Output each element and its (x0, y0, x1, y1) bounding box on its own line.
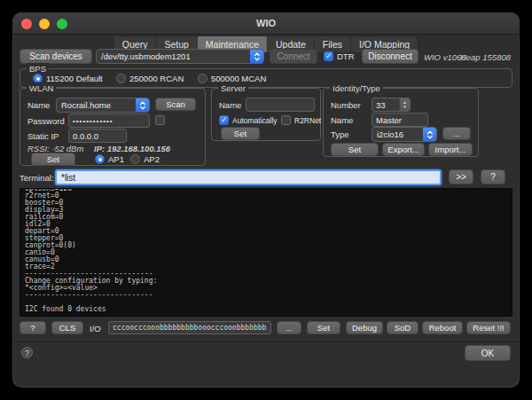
terminal-send-button[interactable]: >> (449, 169, 473, 184)
cls-button[interactable]: CLS (51, 321, 83, 334)
server-group: Server Name Automatically R2RNet Set (211, 88, 321, 141)
actions-row: ? CLS I/O ... Set Debug SoD Reboot Reset… (12, 321, 520, 335)
terminal-row: Terminal: >> ? (12, 169, 520, 185)
connect-button[interactable]: Connect (270, 49, 317, 64)
wlan-group-title: WLAN (27, 82, 56, 94)
number-value: 33 (372, 100, 399, 110)
wlan-password-label: Password (27, 116, 65, 126)
wlan-static-ip-label: Static IP (27, 131, 59, 141)
identity-set-button[interactable]: Set (331, 143, 379, 156)
disconnect-button[interactable]: Disconnect (362, 49, 419, 64)
radio-icon (116, 74, 126, 83)
checkbox-checked-icon (219, 115, 229, 125)
wlan-show-password-checkbox[interactable] (155, 115, 165, 125)
io-more-button[interactable]: ... (277, 321, 301, 334)
bottom-help-button[interactable]: ? (20, 321, 46, 334)
identity-group: Identity/Type Number 33 Name Master Type… (323, 88, 479, 157)
terminal-output[interactable]: options=128 r2rnet=0 booster=0 display=3… (20, 188, 512, 317)
number-stepper[interactable]: 33 (372, 98, 411, 112)
terminal-help-button[interactable]: ? (481, 169, 505, 184)
radio-icon (198, 74, 207, 83)
wlan-ap1-radio[interactable]: AP1 (95, 154, 124, 164)
number-label: Number (331, 100, 361, 110)
close-button[interactable] (21, 19, 32, 29)
chevron-updown-icon (136, 98, 149, 112)
dtr-label: DTR (337, 51, 355, 61)
reboot-button[interactable]: Reboot (422, 321, 463, 334)
console-text: options=128 r2rnet=0 booster=0 display=3… (25, 188, 512, 313)
reset-button[interactable]: Reset !!! (466, 321, 511, 334)
io-label: I/O (90, 324, 101, 333)
ap1-label: AP1 (108, 154, 124, 164)
type-more-button[interactable]: ... (442, 127, 471, 140)
wlan-static-ip-field[interactable]: 0.0.0.0 (68, 129, 127, 143)
footer-divider (12, 341, 520, 342)
identity-name-label: Name (331, 115, 353, 125)
terminal-label: Terminal: (20, 173, 54, 183)
checkbox-icon (281, 115, 291, 125)
checkbox-checked-icon (324, 51, 333, 61)
port-value: /dev/tty.usbmodem1201 (97, 51, 250, 61)
automatically-label: Automatically (232, 116, 278, 125)
bps-250000-label: 250000 RCAN (129, 74, 184, 83)
wlan-set-button[interactable]: Set (31, 153, 75, 166)
server-automatically-checkbox[interactable]: Automatically (219, 115, 278, 125)
ok-button[interactable]: OK (465, 345, 511, 361)
chevron-updown-icon (250, 50, 263, 63)
stepper-icon[interactable] (399, 98, 410, 111)
server-set-button[interactable]: Set (221, 127, 260, 140)
identity-group-title: Identity/Type (330, 82, 383, 94)
help-icon[interactable]: ? (21, 347, 33, 358)
ap2-label: AP2 (144, 154, 160, 164)
type-select[interactable]: i2cio16 (372, 127, 437, 142)
server-name-field[interactable] (246, 98, 315, 112)
io-pattern-field[interactable] (108, 321, 271, 334)
wlan-scan-button[interactable]: Scan (155, 98, 196, 111)
scan-devices-button[interactable]: Scan devices (20, 49, 92, 64)
r2rnet-label: R2RNet (294, 116, 321, 125)
connection-row: Scan devices /dev/tty.usbmodem1201 Conne… (12, 49, 520, 65)
ip-text: IP: 192.168.100.156 (94, 144, 170, 153)
wlan-ssid-value: Rocrail.home (57, 100, 136, 110)
heap-status: Heap 155808 (460, 52, 511, 62)
server-name-label: Name (219, 100, 241, 110)
radio-selected-icon (95, 154, 105, 164)
debug-button[interactable]: Debug (346, 321, 383, 334)
bps-radio-250000[interactable]: 250000 RCAN (116, 74, 184, 83)
type-value: i2cio16 (372, 129, 423, 139)
radio-icon (130, 154, 140, 164)
io-set-button[interactable]: Set (307, 321, 340, 334)
dtr-checkbox[interactable]: DTR (324, 51, 355, 61)
import-button[interactable]: Import... (428, 143, 473, 156)
wlan-name-label: Name (27, 100, 50, 110)
port-select[interactable]: /dev/tty.usbmodem1201 (96, 49, 264, 64)
bps-group: BPS 115200 Default 250000 RCAN 500000 MC… (20, 68, 512, 88)
export-button[interactable]: Export... (382, 143, 425, 156)
wlan-ap2-radio[interactable]: AP2 (130, 154, 160, 164)
server-r2rnet-checkbox[interactable]: R2RNet (281, 115, 321, 125)
wlan-password-field[interactable]: •••••••••••• (68, 114, 150, 128)
identity-name-field[interactable]: Master (372, 113, 428, 127)
wlan-group: WLAN Name Rocrail.home Scan Password •••… (20, 88, 206, 166)
window-title: WIO (256, 18, 276, 28)
terminal-input[interactable] (55, 169, 442, 185)
wio-window: WIO Query Setup Maintenance Update Files… (12, 12, 520, 388)
title-bar[interactable]: WIO (12, 12, 520, 35)
checkbox-icon (155, 115, 165, 125)
minimize-button[interactable] (39, 19, 50, 29)
sod-button[interactable]: SoD (387, 321, 419, 334)
server-group-title: Server (218, 82, 248, 94)
zoom-button[interactable] (57, 19, 67, 29)
type-label: Type (331, 129, 349, 139)
chevron-updown-icon (423, 128, 436, 141)
traffic-lights (21, 19, 67, 29)
wlan-ssid-select[interactable]: Rocrail.home (56, 98, 150, 113)
